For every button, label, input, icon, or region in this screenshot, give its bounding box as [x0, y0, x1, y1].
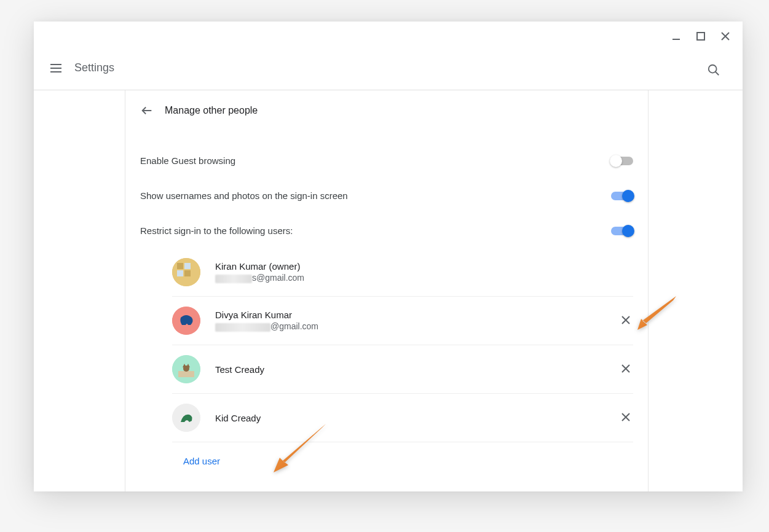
content: Manage other people Enable Guest browsin…: [34, 90, 743, 491]
guest-browsing-toggle[interactable]: [611, 157, 633, 165]
user-row: Divya Kiran Kumar @gmail.com: [172, 297, 633, 345]
restrict-signin-toggle[interactable]: [611, 227, 633, 235]
user-info: Kiran Kumar (owner) s@gmail.com: [215, 261, 633, 283]
avatar: [172, 404, 200, 432]
setting-label: Enable Guest browsing: [140, 155, 235, 166]
svg-point-2: [709, 65, 717, 73]
user-list: Kiran Kumar (owner) s@gmail.comDivya Kir…: [172, 248, 633, 442]
subpage-title: Manage other people: [165, 105, 258, 116]
subpage-header: Manage other people: [140, 90, 633, 131]
setting-guest-browsing: Enable Guest browsing: [140, 143, 633, 178]
svg-rect-4: [177, 263, 183, 269]
setting-label: Restrict sign-in to the following users:: [140, 225, 293, 236]
add-user-row: Add user: [140, 442, 633, 480]
svg-rect-5: [184, 263, 191, 269]
remove-user-icon[interactable]: [620, 314, 633, 327]
setting-label: Show usernames and photos on the sign-in…: [140, 190, 348, 201]
settings-window: Settings Manage other people Enable Gues…: [34, 22, 743, 491]
add-user-button[interactable]: Add user: [183, 456, 220, 466]
main-panel: Manage other people Enable Guest browsin…: [125, 90, 649, 491]
user-row: Kid Cready: [172, 394, 633, 442]
user-row: Kiran Kumar (owner) s@gmail.com: [172, 248, 633, 297]
svg-rect-7: [184, 270, 191, 276]
user-info: Divya Kiran Kumar @gmail.com: [215, 310, 620, 331]
user-name: Divya Kiran Kumar: [215, 310, 620, 320]
user-name: Kiran Kumar (owner): [215, 261, 633, 272]
user-row: Test Cready: [172, 345, 633, 394]
setting-restrict-signin: Restrict sign-in to the following users:: [140, 213, 633, 248]
user-email: s@gmail.com: [215, 273, 633, 283]
remove-user-icon[interactable]: [620, 362, 633, 376]
remove-user-icon[interactable]: [620, 411, 633, 424]
page-title: Settings: [74, 61, 114, 74]
search-icon[interactable]: [707, 63, 722, 78]
svg-point-11: [183, 366, 189, 372]
show-usernames-toggle[interactable]: [611, 192, 633, 200]
user-info: Test Cready: [215, 364, 620, 375]
svg-rect-10: [178, 371, 194, 377]
user-name: Test Cready: [215, 364, 620, 375]
avatar: [172, 258, 200, 286]
menu-icon[interactable]: [49, 61, 63, 76]
setting-show-usernames: Show usernames and photos on the sign-in…: [140, 178, 633, 213]
user-email: @gmail.com: [215, 321, 620, 331]
header-bar: Settings: [34, 22, 743, 90]
svg-rect-6: [177, 270, 183, 276]
avatar: [172, 307, 200, 335]
avatar: [172, 355, 200, 383]
back-arrow-icon[interactable]: [140, 104, 154, 117]
user-name: Kid Cready: [215, 413, 620, 423]
user-info: Kid Cready: [215, 413, 620, 423]
